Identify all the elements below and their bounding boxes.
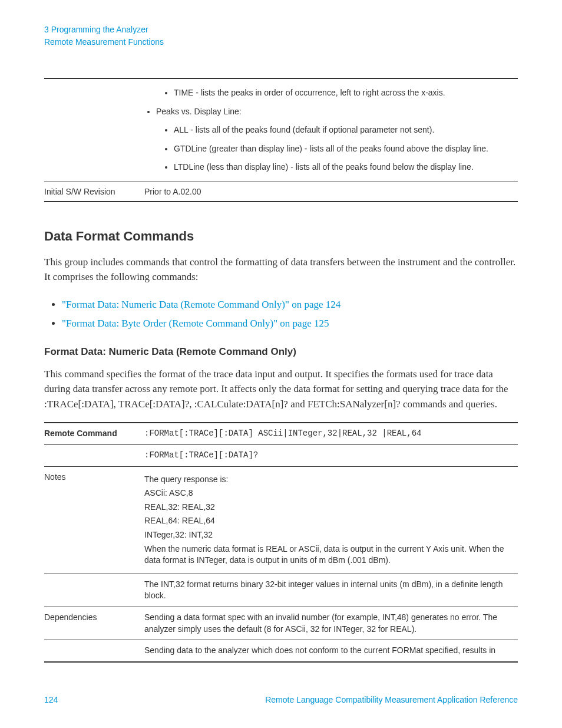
subsection-intro: This command specifies the format of the… xyxy=(44,367,518,412)
page-header: 3 Programming the Analyzer Remote Measur… xyxy=(44,24,518,48)
header-line1: 3 Programming the Analyzer xyxy=(44,24,518,36)
notes-line: ASCii: ASC,8 xyxy=(144,487,518,499)
link-byte-order[interactable]: "Format Data: Byte Order (Remote Command… xyxy=(62,318,329,329)
deps-line: Sending data to the analyzer which does … xyxy=(144,640,518,662)
bullet-gtd: GTDLine (greater than display line) - li… xyxy=(174,140,518,159)
remote-command-1: :FORMat[:TRACe][:DATA] ASCii|INTeger,32|… xyxy=(144,423,518,444)
bullet-peaks-vs: Peaks vs. Display Line: xyxy=(156,103,518,121)
page-number: 124 xyxy=(44,695,58,704)
notes-line: The query response is: xyxy=(144,474,518,486)
link-numeric-data[interactable]: "Format Data: Numeric Data (Remote Comma… xyxy=(62,299,340,310)
command-table: Remote Command :FORMat[:TRACe][:DATA] AS… xyxy=(44,422,518,662)
remote-command-label: Remote Command xyxy=(44,423,144,444)
section-heading: Data Format Commands xyxy=(44,229,518,244)
revision-value: Prior to A.02.00 xyxy=(144,182,518,202)
notes-line: REAL,32: REAL,32 xyxy=(144,502,518,513)
deps-line: Sending a data format spec with an inval… xyxy=(144,607,518,640)
dependencies-label: Dependencies xyxy=(44,607,144,640)
revision-label: Initial S/W Revision xyxy=(44,182,144,202)
page-footer: 124 Remote Language Compatibility Measur… xyxy=(44,695,518,704)
section-intro: This group includes commands that contro… xyxy=(44,255,518,285)
link-list: "Format Data: Numeric Data (Remote Comma… xyxy=(44,295,518,333)
remote-command-2: :FORMat[:TRACe][:DATA]? xyxy=(144,445,518,467)
top-table: TIME - lists the peaks in order of occur… xyxy=(44,78,518,202)
bullet-time: TIME - lists the peaks in order of occur… xyxy=(174,84,518,103)
header-line2: Remote Measurement Functions xyxy=(44,36,518,48)
notes-line: The INT,32 format returns binary 32-bit … xyxy=(144,574,518,607)
notes-line: REAL,64: REAL,64 xyxy=(144,515,518,527)
doc-title: Remote Language Compatibility Measuremen… xyxy=(265,695,518,704)
notes-label: Notes xyxy=(44,466,144,574)
subsection-heading: Format Data: Numeric Data (Remote Comman… xyxy=(44,346,518,358)
notes-line: When the numeric data format is REAL or … xyxy=(144,543,518,566)
bullet-ltd: LTDLine (less than display line) - lists… xyxy=(174,158,518,177)
bullet-all: ALL - lists all of the peaks found (defa… xyxy=(174,121,518,140)
notes-line: INTeger,32: INT,32 xyxy=(144,529,518,541)
